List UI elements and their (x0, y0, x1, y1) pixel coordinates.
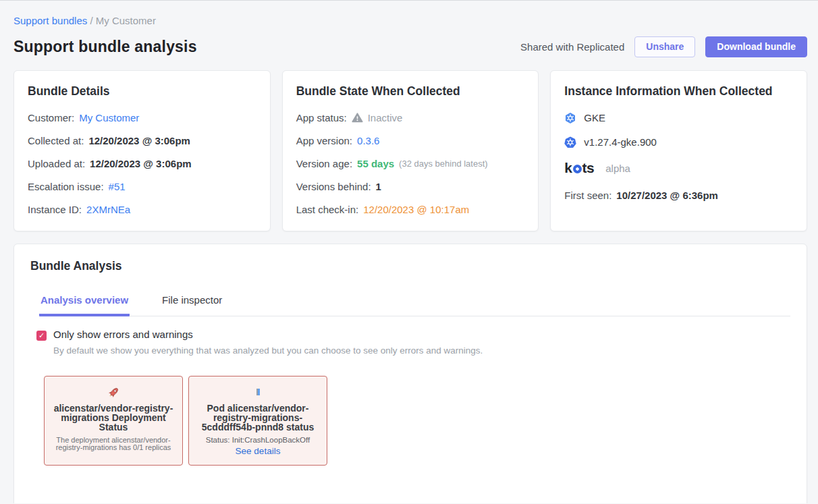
app-status-label: App status: (296, 112, 347, 123)
app-version-label: App version: (296, 135, 352, 146)
breadcrumb-separator: / (90, 15, 92, 26)
bundle-analysis-card: Bundle Analysis Analysis overview File i… (13, 244, 807, 503)
unshare-button[interactable]: Unshare (634, 36, 695, 57)
pod-status-error-card: Pod alicenstar/vendor-registry-migration… (188, 376, 327, 466)
header-row: Support bundle analysis Shared with Repl… (13, 36, 807, 57)
rocket-icon (51, 385, 175, 399)
uploaded-at-value: 12/20/2023 @ 3:06pm (90, 158, 192, 169)
versions-behind-label: Versions behind: (296, 181, 371, 192)
see-details-link[interactable]: See details (236, 446, 281, 456)
download-bundle-button[interactable]: Download bundle (705, 36, 807, 57)
page: Support bundles / My Customer Support bu… (0, 1, 818, 503)
first-seen-label: First seen: (564, 190, 611, 201)
app-status-value: Inactive (368, 112, 403, 123)
errors-warnings-filter: ✓ Only show errors and warnings By defau… (36, 329, 790, 356)
collected-at-label: Collected at: (28, 135, 84, 146)
analysis-results: alicenstar/vendor-registry-migrations De… (44, 376, 790, 466)
customer-link[interactable]: My Customer (79, 112, 139, 123)
collected-at-row: Collected at: 12/20/2023 @ 3:06pm (28, 134, 256, 147)
pod-icon (196, 385, 320, 399)
last-checkin-row: Last check-in: 12/20/2023 @ 10:17am (296, 203, 525, 216)
last-checkin-label: Last check-in: (296, 204, 359, 215)
info-cards-row: Bundle Details Customer: My Customer Col… (13, 70, 807, 231)
shared-status-text: Shared with Replicated (520, 41, 624, 53)
app-status-row: App status: Inactive (296, 111, 525, 124)
kubernetes-icon (564, 136, 576, 148)
instance-id-label: Instance ID: (28, 204, 82, 215)
error-card-status: Status: Init:CrashLoopBackOff (196, 436, 320, 444)
escalation-issue-row: Escalation issue: #51 (28, 180, 256, 193)
analysis-tabs: Analysis overview File inspector (39, 291, 790, 316)
escalation-issue-label: Escalation issue: (28, 181, 104, 192)
collected-at-value: 12/20/2023 @ 3:06pm (88, 135, 190, 146)
instance-info-card: Instance Information When Collected GKE (550, 70, 807, 231)
distribution-row: GKE (564, 111, 793, 124)
version-age-label: Version age: (296, 158, 352, 169)
error-card-title: Pod alicenstar/vendor-registry-migration… (196, 403, 320, 432)
instance-id-row: Instance ID: 2XMrNEa (28, 203, 256, 216)
warning-icon (352, 113, 363, 123)
gke-kubernetes-icon (564, 112, 576, 124)
k8s-version-value: v1.27.4-gke.900 (584, 136, 657, 148)
error-card-title: alicenstar/vendor-registry-migrations De… (51, 403, 175, 432)
versions-behind-row: Versions behind: 1 (296, 180, 525, 193)
version-age-note: (32 days behind latest) (399, 159, 488, 169)
app-version-row: App version: 0.3.6 (296, 134, 525, 147)
versions-behind-value: 1 (376, 181, 381, 192)
first-seen-value: 10/27/2023 @ 6:36pm (616, 190, 718, 201)
only-errors-description: By default we show you everything that w… (53, 345, 483, 356)
uploaded-at-row: Uploaded at: 12/20/2023 @ 3:06pm (28, 157, 256, 170)
k8s-version-row: v1.27.4-gke.900 (564, 136, 793, 148)
breadcrumb-current: My Customer (96, 15, 156, 26)
bundle-details-title: Bundle Details (28, 84, 256, 99)
customer-row: Customer: My Customer (28, 111, 256, 124)
version-age-value: 55 days (357, 158, 394, 169)
only-errors-label[interactable]: Only show errors and warnings (53, 329, 483, 340)
header-actions: Shared with Replicated Unshare Download … (520, 36, 807, 57)
version-age-row: Version age: 55 days (32 days behind lat… (296, 157, 525, 170)
breadcrumb-link-support-bundles[interactable]: Support bundles (13, 15, 87, 26)
error-card-description: The deployment alicenstar/vendor-registr… (51, 437, 175, 451)
tab-file-inspector[interactable]: File inspector (161, 291, 223, 316)
kots-logo: kts (564, 160, 594, 176)
tab-analysis-overview[interactable]: Analysis overview (39, 291, 130, 316)
kots-logo-o-icon (573, 165, 582, 173)
breadcrumb: Support bundles / My Customer (13, 1, 807, 26)
kots-channel: alpha (605, 163, 630, 174)
bundle-analysis-title: Bundle Analysis (30, 259, 790, 273)
customer-label: Customer: (28, 112, 74, 123)
app-version-link[interactable]: 0.3.6 (357, 135, 379, 146)
instance-id-link[interactable]: 2XMrNEa (86, 204, 130, 215)
page-title: Support bundle analysis (13, 38, 197, 56)
instance-info-title: Instance Information When Collected (564, 84, 793, 99)
kots-row: kts alpha (564, 160, 793, 176)
first-seen-row: First seen: 10/27/2023 @ 6:36pm (564, 189, 793, 202)
bundle-details-card: Bundle Details Customer: My Customer Col… (13, 70, 271, 231)
bundle-state-card: Bundle State When Collected App status: … (282, 70, 539, 231)
last-checkin-value: 12/20/2023 @ 10:17am (363, 204, 469, 215)
bundle-state-title: Bundle State When Collected (296, 84, 525, 99)
deployment-status-error-card: alicenstar/vendor-registry-migrations De… (44, 376, 183, 466)
escalation-issue-link[interactable]: #51 (109, 181, 126, 192)
uploaded-at-label: Uploaded at: (28, 158, 85, 169)
only-errors-checkbox[interactable]: ✓ (36, 331, 47, 341)
distribution-value: GKE (584, 112, 605, 123)
